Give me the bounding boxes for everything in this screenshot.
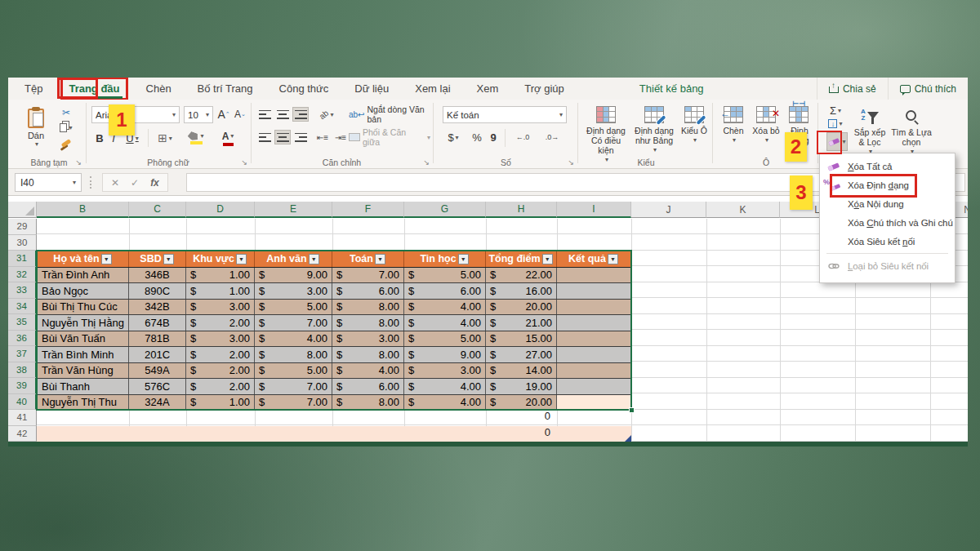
table-header-5[interactable]: Toán▼ xyxy=(332,251,404,267)
cell-name[interactable]: Bảo Ngọc xyxy=(37,283,129,299)
cell-styles-label[interactable]: Kiểu Ô▾ xyxy=(679,126,710,145)
cell-H41[interactable]: 0 xyxy=(486,410,554,425)
cell-result[interactable] xyxy=(557,331,631,347)
comma-style-button[interactable]: 9 xyxy=(487,130,500,144)
delete-cells-button[interactable]: ✕ xyxy=(750,104,782,124)
number-format-combo[interactable]: Kế toán▾ xyxy=(443,106,567,123)
row-header-39[interactable]: 39 xyxy=(8,378,37,394)
cell-name[interactable]: Trần Bình Minh xyxy=(37,347,129,362)
cell-name[interactable]: Bùi Thanh xyxy=(37,379,129,394)
cell-sbd[interactable]: 781B xyxy=(129,331,186,347)
cell-name[interactable]: Trần Đình Anh xyxy=(37,268,129,283)
cell-result[interactable] xyxy=(557,315,631,331)
wrap-text-button[interactable]: ab↩ Ngắt dòng Văn bản xyxy=(349,107,430,122)
row-header-37[interactable]: 37 xyxy=(8,346,37,362)
row-header-29[interactable]: 29 xyxy=(8,219,37,235)
row-header-42[interactable]: 42 xyxy=(8,426,37,442)
cell-score[interactable]: $8.00 xyxy=(332,347,404,362)
share-button[interactable]: Chia sẻ xyxy=(817,78,888,100)
filter-dropdown-icon[interactable]: ▼ xyxy=(375,254,385,264)
cell-score[interactable]: $14.00 xyxy=(486,363,557,379)
paste-button[interactable]: Dán ▾ xyxy=(21,104,51,152)
filter-dropdown-icon[interactable]: ▼ xyxy=(542,254,553,264)
borders-button[interactable]: ⊞▾ xyxy=(153,131,177,145)
confirm-icon[interactable]: ✓ xyxy=(131,177,139,189)
tab-Tệp[interactable]: Tệp xyxy=(22,78,45,100)
column-header-E[interactable]: E xyxy=(255,202,332,218)
tab-Bố trí Trang[interactable]: Bố trí Trang xyxy=(195,78,256,100)
tab-Xem lại[interactable]: Xem lại xyxy=(412,78,452,100)
top-align-button[interactable] xyxy=(256,107,273,122)
cell-score[interactable]: $4.00 xyxy=(404,395,486,411)
cell-score[interactable]: $5.00 xyxy=(255,363,332,379)
fill-button[interactable]: ↓▾ xyxy=(822,118,849,130)
cell-score[interactable]: $9.00 xyxy=(404,347,486,362)
percent-style-button[interactable]: % xyxy=(469,130,485,144)
cell-score[interactable]: $6.00 xyxy=(332,379,404,394)
format-as-table-label[interactable]: Định dạng như Bảng▾ xyxy=(631,126,677,155)
cell-score[interactable]: $2.00 xyxy=(186,363,255,379)
cell-score[interactable]: $8.00 xyxy=(332,300,404,315)
cell-result[interactable] xyxy=(557,300,631,315)
cell-score[interactable]: $3.00 xyxy=(332,331,404,347)
cell-score[interactable]: $3.00 xyxy=(186,331,255,347)
comments-button[interactable]: Chú thích xyxy=(888,78,968,100)
insert-function-icon[interactable]: fx xyxy=(150,177,159,189)
bottom-align-button[interactable] xyxy=(292,107,309,122)
table-header-1[interactable]: Họ và tên▼ xyxy=(37,251,129,267)
cell-sbd[interactable]: 549A xyxy=(129,363,186,379)
cell-score[interactable]: $20.00 xyxy=(486,300,557,315)
cell-name[interactable]: Bùi Văn Tuấn xyxy=(37,331,129,347)
cell-score[interactable]: $1.00 xyxy=(186,268,255,283)
table-header-3[interactable]: Khu vực▼ xyxy=(186,251,255,267)
row-header-33[interactable]: 33 xyxy=(8,282,37,299)
align-left-button[interactable] xyxy=(256,130,273,144)
cut-button[interactable]: ✂ xyxy=(56,106,77,119)
fill-handle[interactable] xyxy=(629,407,635,413)
bold-button[interactable]: B xyxy=(94,131,105,145)
table-header-8[interactable]: Kết quả▼ xyxy=(557,251,631,267)
cell-score[interactable]: $27.00 xyxy=(486,347,557,362)
cell-score[interactable]: $9.00 xyxy=(255,268,332,283)
cell-styles-button[interactable] xyxy=(679,104,710,124)
tab-Dữ liệu[interactable]: Dữ liệu xyxy=(352,78,391,100)
cell-sbd[interactable]: 674B xyxy=(129,315,186,331)
font-size-combo[interactable]: 10▾ xyxy=(184,106,213,123)
font-color-button[interactable]: A▾ xyxy=(214,129,242,147)
column-header-I[interactable]: I xyxy=(557,202,631,218)
cell-score[interactable]: $8.00 xyxy=(332,395,404,411)
filter-dropdown-icon[interactable]: ▼ xyxy=(236,254,247,264)
row-header-34[interactable]: 34 xyxy=(8,299,37,315)
name-box[interactable]: I40▾ xyxy=(15,173,82,192)
cell-result[interactable] xyxy=(557,268,631,283)
cell-result[interactable] xyxy=(557,395,631,411)
find-select-button[interactable] xyxy=(893,104,929,126)
cell-score[interactable]: $1.00 xyxy=(186,395,255,411)
cell-score[interactable]: $22.00 xyxy=(486,268,557,283)
tab-Công thức[interactable]: Công thức xyxy=(277,78,332,100)
cell-result[interactable] xyxy=(557,363,631,379)
cell-score[interactable]: $4.00 xyxy=(404,315,486,331)
row-header-31[interactable]: 31 xyxy=(8,251,37,267)
row-header-36[interactable]: 36 xyxy=(8,331,37,347)
menu-item-loại-bỏ-siêu-kết-nối[interactable]: Loại bỏ Siêu kết nối xyxy=(820,256,955,275)
menu-item-xóa-siêu-kết-nối[interactable]: Xóa Siêu kết nối xyxy=(820,232,955,251)
dialog-launcher-icon[interactable]: ↘ xyxy=(423,158,430,167)
format-cells-button[interactable]: ⊢⊣ xyxy=(782,104,815,124)
filter-dropdown-icon[interactable]: ▼ xyxy=(309,254,319,264)
cell-name[interactable]: Trần Văn Hùng xyxy=(37,363,129,379)
select-all-corner[interactable] xyxy=(8,202,37,218)
table-header-2[interactable]: SBD▼ xyxy=(129,251,186,267)
row-header-32[interactable]: 32 xyxy=(8,267,37,283)
row-header-41[interactable]: 41 xyxy=(8,410,37,426)
table-header-7[interactable]: Tổng điểm▼ xyxy=(486,251,557,267)
cell-score[interactable]: $8.00 xyxy=(255,347,332,362)
filter-dropdown-icon[interactable]: ▼ xyxy=(163,254,174,264)
cell-score[interactable]: $4.00 xyxy=(255,331,332,347)
cell-score[interactable]: $19.00 xyxy=(486,379,557,394)
center-button[interactable] xyxy=(274,130,291,144)
cell-score[interactable]: $6.00 xyxy=(332,283,404,299)
column-header-J[interactable]: J xyxy=(631,202,706,218)
menu-item-xóa-tất-cả[interactable]: Xóa Tất cả xyxy=(820,157,955,176)
column-header-D[interactable]: D xyxy=(186,202,255,218)
